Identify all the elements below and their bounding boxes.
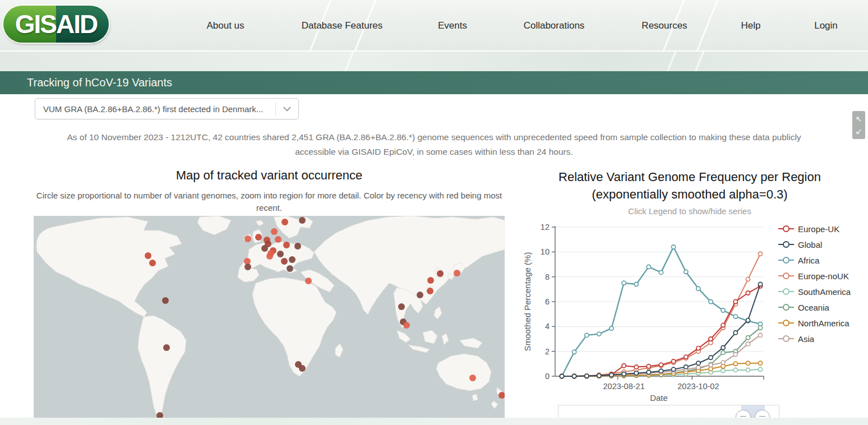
legend-label: Asia — [798, 334, 814, 344]
legend-label: NorthAmerica — [798, 318, 849, 328]
chart-title-line1: Relative Variant Genome Frequency per Re… — [558, 170, 821, 184]
svg-text:2023-10-02: 2023-10-02 — [677, 382, 719, 391]
legend-item-europe-nouk[interactable]: Europe-noUK — [778, 268, 867, 284]
chart-title-line2: (exponentially smoothed alpha=0.3) — [592, 187, 787, 201]
legend-marker-icon — [778, 335, 794, 343]
legend-label: Oceania — [798, 303, 829, 312]
chart-section-title: Relative Variant Genome Frequency per Re… — [521, 168, 858, 203]
map-section-title: Map of tracked variant occurrence — [34, 168, 505, 183]
variant-dot — [244, 235, 251, 242]
variant-dot — [281, 258, 288, 265]
legend-item-europe-uk[interactable]: Europe-UK — [778, 221, 867, 237]
svg-text:2023-08-21: 2023-08-21 — [603, 382, 645, 391]
nav-item-events[interactable]: Events — [438, 20, 467, 31]
scroll-shortcut-widget[interactable]: ↖ ↙ — [852, 111, 865, 139]
legend-marker-icon — [778, 241, 794, 248]
legend-marker-icon — [778, 272, 794, 280]
nav-item-login[interactable]: Login — [814, 20, 838, 31]
variant-dot — [299, 365, 306, 372]
chart-legend: Europe-UK Global Africa Europe-noUK Sout… — [778, 221, 867, 347]
nav-item-about-us[interactable]: About us — [206, 20, 244, 31]
variant-dot — [281, 219, 288, 225]
variant-dot — [283, 242, 290, 248]
variant-dot — [294, 243, 301, 250]
svg-text:12: 12 — [541, 223, 550, 232]
svg-text:0: 0 — [545, 372, 550, 381]
legend-item-oceania[interactable]: Oceania — [778, 299, 867, 315]
variant-dot — [437, 270, 444, 277]
variant-dot — [145, 252, 151, 259]
variant-dot — [277, 251, 284, 257]
map-section-subtitle: Circle size proportional to number of va… — [34, 190, 505, 214]
legend-marker-icon — [778, 288, 794, 295]
variant-dot — [149, 260, 156, 266]
variant-dot — [417, 292, 423, 298]
page-title-bar: Tracking of hCoV-19 Variants — [0, 71, 868, 94]
legend-label: Europe-UK — [798, 224, 839, 234]
legend-item-asia[interactable]: Asia — [778, 331, 867, 347]
svg-text:4: 4 — [545, 322, 550, 331]
main-navigation: About usDatabase FeaturesEventsCollabora… — [0, 0, 868, 50]
variant-dot — [398, 303, 405, 310]
variant-dot — [469, 375, 476, 381]
variant-dot — [454, 270, 460, 276]
variant-dot — [427, 277, 434, 284]
variant-dot — [299, 217, 306, 224]
variant-dot — [255, 234, 262, 241]
variant-dot — [403, 322, 410, 329]
arrow-up-left-icon[interactable]: ↖ — [856, 115, 862, 123]
svg-text:Date: Date — [650, 393, 668, 403]
decorative-streak — [636, 52, 684, 71]
chart-section-subtitle: Click Legend to show/hide series — [521, 206, 858, 216]
variant-dot — [289, 256, 296, 263]
legend-label: Africa — [798, 256, 819, 265]
svg-text:8: 8 — [545, 272, 550, 281]
legend-marker-icon — [778, 319, 794, 327]
variant-selector-value: VUM GRA (BA.2.86+BA.2.86.*) first detect… — [35, 104, 275, 114]
decorative-streak — [313, 52, 361, 71]
variant-dot — [275, 236, 281, 243]
footer-band — [0, 418, 868, 425]
legend-item-global[interactable]: Global — [778, 237, 867, 252]
svg-text:2: 2 — [545, 347, 550, 356]
arrow-down-left-icon[interactable]: ↙ — [856, 127, 862, 135]
frequency-line-chart[interactable]: 0246810122023-08-212023-10-02Smoothed Pe… — [521, 220, 779, 403]
chevron-down-icon[interactable] — [276, 107, 298, 112]
variant-dot — [287, 265, 293, 272]
nav-item-help[interactable]: Help — [741, 20, 761, 31]
variant-selector[interactable]: VUM GRA (BA.2.86+BA.2.86.*) first detect… — [35, 98, 299, 119]
legend-label: Global — [798, 240, 822, 250]
svg-text:10: 10 — [541, 247, 550, 256]
variant-dot — [261, 245, 268, 252]
nav-item-resources[interactable]: Resources — [641, 20, 687, 31]
nav-item-database-features[interactable]: Database Features — [302, 20, 383, 31]
variant-dot — [266, 253, 273, 260]
summary-text: As of 10 November 2023 - 1212UTC, 42 cou… — [58, 130, 810, 159]
variant-dot — [162, 297, 169, 304]
legend-marker-icon — [778, 303, 794, 311]
nav-item-collaborations[interactable]: Collaborations — [524, 20, 585, 31]
legend-marker-icon — [778, 225, 794, 233]
variant-dot — [271, 228, 278, 235]
svg-text:6: 6 — [545, 297, 550, 306]
world-map[interactable] — [34, 216, 505, 418]
variant-dot — [427, 288, 433, 294]
legend-label: SouthAmerica — [798, 287, 851, 297]
legend-item-northamerica[interactable]: NorthAmerica — [778, 315, 867, 331]
legend-marker-icon — [778, 256, 794, 264]
legend-item-africa[interactable]: Africa — [778, 252, 867, 268]
variant-dot — [305, 278, 312, 284]
header-sub-band — [0, 52, 868, 71]
variant-dot — [244, 264, 251, 270]
svg-text:Smoothed Percentage (%): Smoothed Percentage (%) — [523, 252, 532, 352]
variant-dot — [163, 344, 170, 351]
legend-item-southamerica[interactable]: SouthAmerica — [778, 284, 867, 299]
legend-label: Europe-noUK — [798, 271, 849, 281]
page-title: Tracking of hCoV-19 Variants — [27, 76, 172, 89]
